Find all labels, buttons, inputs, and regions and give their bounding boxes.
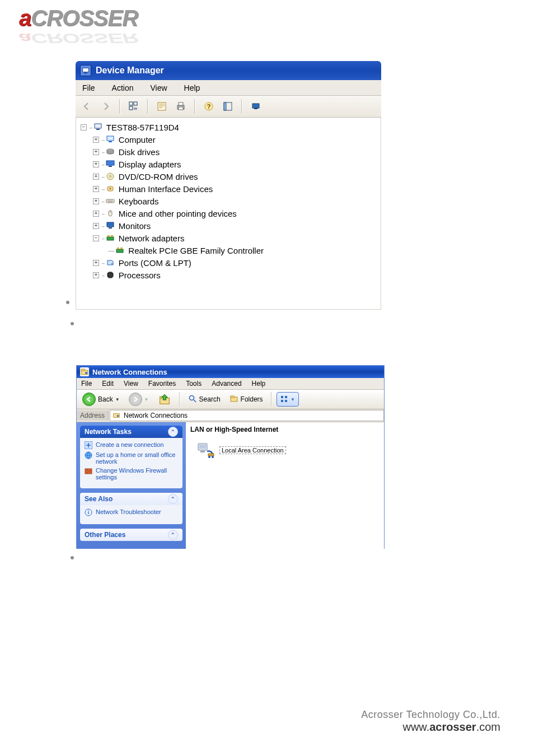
address-label: Address bbox=[77, 410, 109, 421]
menu-favorites[interactable]: Favorites bbox=[146, 379, 178, 388]
expand-icon[interactable]: + bbox=[93, 211, 99, 217]
task-firewall[interactable]: Change Windows Firewall settings bbox=[85, 467, 178, 480]
expand-icon[interactable]: + bbox=[93, 260, 99, 266]
device-manager-icon bbox=[80, 65, 91, 76]
bullet-icon bbox=[71, 556, 74, 559]
network-connections-titlebar[interactable]: Network Connections bbox=[77, 366, 384, 378]
home-net-icon bbox=[85, 451, 92, 459]
firewall-icon bbox=[85, 467, 92, 475]
menu-edit[interactable]: Edit bbox=[100, 379, 116, 388]
menu-action[interactable]: Action bbox=[109, 82, 137, 94]
expand-icon[interactable]: + bbox=[93, 137, 99, 143]
tree-label: Display adapters bbox=[119, 160, 181, 169]
toolbar-help-button[interactable]: ? bbox=[201, 99, 217, 114]
tree-item-display-adapters[interactable]: +··· Display adapters bbox=[77, 158, 381, 170]
tree-item-ports[interactable]: +··· Ports (COM & LPT) bbox=[77, 256, 381, 269]
network-tasks-panel: Network Tasks ⌃ Create a new connection … bbox=[80, 426, 182, 488]
menu-help[interactable]: Help bbox=[250, 379, 268, 388]
device-tree[interactable]: − ··· TEST88-57F119D4 +··· Computer +···… bbox=[76, 118, 381, 310]
tree-item-mice[interactable]: +··· Mice and other pointing devices bbox=[77, 207, 381, 220]
tree-item-monitors[interactable]: +··· Monitors bbox=[77, 220, 381, 232]
toolbar-tree-button[interactable] bbox=[126, 99, 142, 114]
chevron-down-icon[interactable]: ▼ bbox=[115, 397, 120, 402]
tree-item-keyboards[interactable]: +··· Keyboards bbox=[77, 195, 381, 207]
svg-rect-2 bbox=[129, 102, 133, 105]
toolbar-showpanel-button[interactable] bbox=[220, 99, 236, 114]
info-icon: i bbox=[85, 508, 92, 516]
dvd-icon bbox=[105, 171, 115, 181]
menu-advanced[interactable]: Advanced bbox=[209, 379, 243, 388]
task-create-connection[interactable]: Create a new connection bbox=[85, 441, 178, 449]
tree-item-processors[interactable]: +··· Processors bbox=[77, 269, 381, 281]
toolbar-properties-button[interactable] bbox=[154, 99, 170, 114]
collapse-chevron-icon[interactable]: ⌃ bbox=[168, 494, 178, 504]
disk-icon bbox=[105, 147, 115, 157]
see-also-header[interactable]: See Also ⌃ bbox=[80, 493, 182, 505]
toolbar-print-button[interactable] bbox=[173, 99, 189, 114]
local-area-connection-item[interactable]: Local Area Connection bbox=[196, 440, 384, 460]
expand-icon[interactable]: + bbox=[93, 149, 99, 155]
tree-item-disk-drives[interactable]: +··· Disk drives bbox=[77, 146, 381, 158]
search-button[interactable]: Search bbox=[185, 392, 224, 407]
panel-title: Other Places bbox=[85, 531, 125, 539]
menu-view[interactable]: View bbox=[147, 82, 170, 94]
menu-file[interactable]: File bbox=[79, 379, 94, 388]
expand-icon[interactable]: + bbox=[93, 223, 99, 229]
menu-file[interactable]: File bbox=[79, 82, 99, 94]
other-places-header[interactable]: Other Places ⌃ bbox=[80, 529, 182, 541]
chevron-down-icon[interactable]: ▼ bbox=[291, 397, 295, 402]
panel-title: See Also bbox=[85, 495, 113, 503]
expand-icon[interactable]: + bbox=[93, 198, 99, 204]
tree-item-computer[interactable]: +··· Computer bbox=[77, 133, 381, 146]
svg-rect-57 bbox=[199, 445, 206, 449]
device-manager-titlebar[interactable]: Device Manager bbox=[76, 61, 381, 80]
task-home-network[interactable]: Set up a home or small office network bbox=[85, 451, 178, 465]
expand-icon[interactable]: + bbox=[93, 272, 99, 278]
menu-tools[interactable]: Tools bbox=[184, 379, 204, 388]
task-label: Change Windows Firewall settings bbox=[96, 467, 178, 480]
svg-rect-47 bbox=[285, 396, 287, 398]
expand-icon[interactable]: + bbox=[93, 186, 99, 192]
nav-back-button[interactable]: Back ▼ bbox=[79, 392, 123, 407]
svg-rect-30 bbox=[107, 235, 110, 237]
network-connections-menubar: File Edit View Favorites Tools Advanced … bbox=[77, 378, 384, 390]
svg-rect-48 bbox=[285, 400, 287, 402]
tree-label: Processors bbox=[119, 270, 161, 280]
tree-item-realtek-nic[interactable]: ······· Realtek PCIe GBE Family Controll… bbox=[77, 244, 381, 256]
menu-help[interactable]: Help bbox=[181, 82, 204, 94]
tree-label: Disk drives bbox=[119, 147, 160, 157]
expand-icon[interactable]: + bbox=[93, 174, 99, 180]
tree-item-dvd[interactable]: +··· DVD/CD-ROM drives bbox=[77, 170, 381, 183]
brand-logo: aCROSSER bbox=[19, 6, 138, 31]
toolbar-scan-button[interactable] bbox=[248, 99, 264, 114]
collapse-icon[interactable]: − bbox=[81, 124, 87, 130]
see-also-troubleshooter[interactable]: i Network Troubleshooter bbox=[85, 508, 178, 516]
svg-rect-58 bbox=[200, 451, 205, 452]
collapse-chevron-icon[interactable]: ⌃ bbox=[168, 530, 178, 540]
network-folder-icon bbox=[80, 367, 89, 376]
new-conn-icon bbox=[85, 441, 92, 449]
folders-button[interactable]: Folders bbox=[226, 392, 266, 407]
svg-point-23 bbox=[109, 176, 111, 178]
network-tasks-header[interactable]: Network Tasks ⌃ bbox=[80, 426, 182, 438]
menu-view[interactable]: View bbox=[121, 379, 140, 388]
address-field[interactable]: Network Connections bbox=[110, 410, 384, 421]
collapse-chevron-icon[interactable]: ⌃ bbox=[168, 427, 178, 437]
tree-root[interactable]: − ··· TEST88-57F119D4 bbox=[77, 121, 381, 133]
expand-icon[interactable]: + bbox=[93, 161, 99, 167]
tree-item-network-adapters[interactable]: −··· Network adapters bbox=[77, 232, 381, 244]
footer-company: Acrosser Technology Co.,Ltd. bbox=[0, 709, 500, 721]
views-button[interactable]: ▼ bbox=[277, 392, 299, 407]
search-label: Search bbox=[199, 395, 221, 403]
nav-up-button[interactable] bbox=[154, 392, 175, 407]
collapse-icon[interactable]: − bbox=[93, 235, 99, 241]
views-icon bbox=[280, 395, 289, 404]
tree-item-hid[interactable]: +··· Human Interface Devices bbox=[77, 183, 381, 195]
svg-rect-36 bbox=[108, 273, 113, 277]
connections-list[interactable]: LAN or High-Speed Internet Local Area Co… bbox=[186, 422, 384, 549]
svg-point-60 bbox=[208, 456, 210, 458]
svg-rect-18 bbox=[109, 141, 112, 142]
folders-label: Folders bbox=[241, 395, 263, 403]
svg-rect-53 bbox=[85, 469, 92, 474]
tree-label: Computer bbox=[119, 135, 156, 144]
